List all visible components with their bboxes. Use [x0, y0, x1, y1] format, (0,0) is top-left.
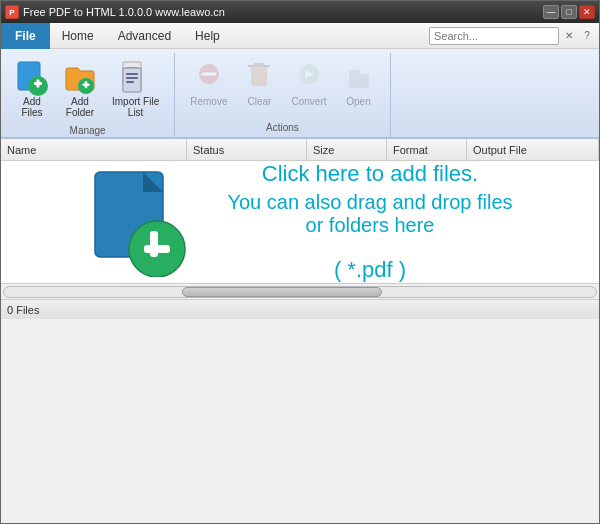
remove-icon	[193, 62, 225, 94]
col-header-output: Output File	[467, 139, 599, 161]
convert-icon	[293, 62, 325, 94]
manage-buttons: AddFiles AddFolder	[9, 53, 166, 123]
col-header-size: Size	[307, 139, 387, 161]
clear-icon	[243, 62, 275, 94]
search-icon[interactable]: ?	[579, 28, 595, 44]
open-label: Open	[346, 96, 370, 107]
ribbon-manage-group: AddFiles AddFolder	[1, 53, 175, 137]
remove-button[interactable]: Remove	[183, 57, 234, 112]
drop-zone-text: Click here to add files. You can also dr…	[227, 161, 512, 283]
maximize-button[interactable]: □	[561, 5, 577, 19]
add-folder-label: AddFolder	[66, 96, 94, 118]
import-file-list-button[interactable]: Import FileList	[105, 57, 166, 123]
convert-label: Convert	[291, 96, 326, 107]
manage-label: Manage	[70, 123, 106, 140]
drop-zone[interactable]: Click here to add files. You can also dr…	[1, 161, 599, 283]
svg-rect-11	[123, 68, 141, 92]
ribbon: AddFiles AddFolder	[1, 49, 599, 139]
drop-line3: or folders here	[227, 214, 512, 237]
menu-file[interactable]: File	[1, 23, 50, 49]
clear-label: Clear	[248, 96, 272, 107]
search-clear-icon[interactable]: ✕	[561, 28, 577, 44]
col-header-format: Format	[387, 139, 467, 161]
col-header-name: Name	[1, 139, 187, 161]
import-file-list-label: Import FileList	[112, 96, 159, 118]
add-files-icon	[16, 62, 48, 94]
menu-bar: File Home Advanced Help ✕ ?	[1, 23, 599, 49]
drop-line1: Click here to add files.	[227, 161, 512, 187]
svg-rect-13	[126, 77, 138, 79]
svg-rect-6	[85, 81, 88, 88]
search-input[interactable]	[429, 27, 559, 45]
svg-rect-14	[126, 81, 134, 83]
close-button[interactable]: ✕	[579, 5, 595, 19]
add-folder-icon	[64, 62, 96, 94]
horizontal-scroll-thumb[interactable]	[182, 287, 382, 297]
remove-label: Remove	[190, 96, 227, 107]
menu-help[interactable]: Help	[183, 23, 232, 49]
menu-home[interactable]: Home	[50, 23, 106, 49]
open-button[interactable]: Open	[336, 57, 382, 112]
drop-zone-file-icon	[87, 167, 187, 277]
search-area: ✕ ?	[429, 27, 599, 45]
add-files-button[interactable]: AddFiles	[9, 57, 55, 123]
title-bar: P Free PDF to HTML 1.0.0.0 www.leawo.cn …	[1, 1, 599, 23]
svg-rect-26	[150, 231, 158, 257]
file-count: 0 Files	[7, 304, 39, 316]
minimize-button[interactable]: —	[543, 5, 559, 19]
add-folder-button[interactable]: AddFolder	[57, 57, 103, 123]
actions-label: Actions	[266, 120, 299, 137]
clear-button[interactable]: Clear	[236, 57, 282, 112]
title-bar-left: P Free PDF to HTML 1.0.0.0 www.leawo.cn	[5, 5, 225, 19]
column-headers: Name Status Size Format Output File	[1, 139, 599, 161]
svg-rect-17	[251, 66, 267, 86]
open-icon	[343, 62, 375, 94]
svg-rect-19	[254, 63, 264, 67]
app-icon: P	[5, 5, 19, 19]
col-header-status: Status	[187, 139, 307, 161]
title-bar-controls: — □ ✕	[543, 5, 595, 19]
menu-advanced[interactable]: Advanced	[106, 23, 183, 49]
add-files-label: AddFiles	[21, 96, 42, 118]
actions-buttons: Remove Clear	[183, 53, 381, 120]
svg-rect-12	[126, 73, 138, 75]
title-bar-text: Free PDF to HTML 1.0.0.0 www.leawo.cn	[23, 6, 225, 18]
drop-line2: You can also drag and drop files	[227, 191, 512, 214]
convert-button[interactable]: Convert	[284, 57, 333, 112]
svg-rect-3	[37, 80, 40, 88]
ribbon-actions-group: Remove Clear	[175, 53, 390, 137]
horizontal-scrollbar-area	[1, 283, 599, 299]
status-bar: 0 Files	[1, 299, 599, 319]
import-file-list-icon	[120, 62, 152, 94]
horizontal-scrollbar[interactable]	[3, 286, 597, 298]
drop-line4: ( *.pdf )	[227, 257, 512, 283]
